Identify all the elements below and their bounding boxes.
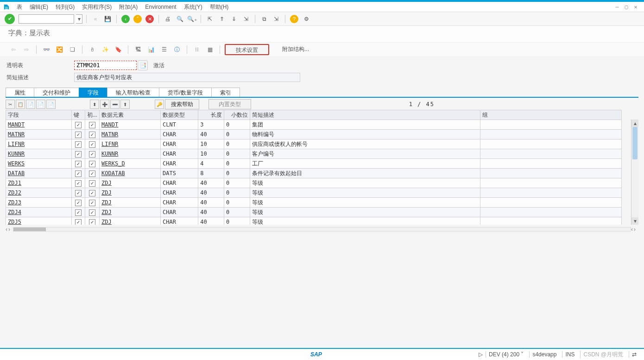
h-scroll-thumb[interactable]: [13, 227, 46, 231]
paste-before-icon[interactable]: 📄: [36, 100, 45, 109]
key-checkbox[interactable]: [75, 209, 82, 216]
key-checkbox[interactable]: [75, 180, 82, 187]
table-row[interactable]: ZDJ5ZDJCHAR400等级: [6, 217, 622, 225]
field-link[interactable]: ZDJ4: [8, 209, 21, 215]
sap-menu-icon[interactable]: [3, 3, 10, 11]
col-desc[interactable]: 简短描述: [250, 110, 480, 120]
hierarchy2-icon[interactable]: 📊: [146, 44, 156, 55]
field-link[interactable]: DATAB: [8, 170, 25, 177]
dataelem-link[interactable]: LIFNR: [101, 141, 118, 147]
menu-utilities[interactable]: 实用程序(S): [78, 2, 115, 12]
menu-environment[interactable]: Environment: [141, 2, 180, 12]
minimize-icon[interactable]: —: [613, 4, 621, 10]
scroll-right-icon[interactable]: ›: [8, 226, 10, 233]
key-checkbox[interactable]: [75, 161, 82, 167]
other-object-icon[interactable]: 🔀: [54, 44, 64, 55]
dataelem-link[interactable]: KUNNR: [101, 151, 118, 157]
graphic-icon[interactable]: ⁝⁝: [192, 44, 202, 55]
field-link[interactable]: MANDT: [8, 121, 25, 128]
activate-icon[interactable]: 🕯: [87, 44, 97, 55]
tab-currency[interactable]: 货币/数量字段: [159, 88, 211, 97]
dataelem-link[interactable]: ZDJ: [101, 189, 112, 196]
field-link[interactable]: KUNNR: [8, 151, 25, 157]
command-field[interactable]: [19, 14, 74, 24]
scroll-right2-icon[interactable]: ›: [634, 226, 636, 233]
new-session-icon[interactable]: ⧉: [259, 14, 269, 24]
find-next-icon[interactable]: 🔍₊: [187, 14, 197, 24]
menu-goto[interactable]: 转到(G): [52, 2, 78, 12]
command-dropdown-icon[interactable]: ▾: [76, 14, 82, 24]
dataelem-link[interactable]: KODATAB: [101, 170, 125, 177]
collapse-all-icon[interactable]: ⬆: [120, 100, 130, 109]
table-row[interactable]: MANDTMANDTCLNT30集团: [6, 120, 622, 130]
init-checkbox[interactable]: [89, 122, 95, 128]
menu-system[interactable]: 系统(Y): [180, 2, 206, 12]
init-checkbox[interactable]: [89, 180, 95, 187]
prev-page-icon[interactable]: ⇑: [217, 14, 227, 24]
wand-icon[interactable]: ✨: [100, 44, 110, 55]
table-icon[interactable]: ▦: [205, 44, 215, 55]
status-system[interactable]: DEV (4) 200 ˅: [486, 351, 526, 358]
close-icon[interactable]: ✕: [632, 4, 639, 10]
insert-row-icon[interactable]: ➕: [100, 100, 109, 109]
enter-button[interactable]: [5, 14, 15, 24]
field-link[interactable]: ZDJ5: [8, 219, 21, 225]
dataelem-link[interactable]: ZDJ: [101, 199, 112, 206]
menu-help[interactable]: 帮助(H): [206, 2, 233, 12]
col-init[interactable]: 初...: [85, 110, 99, 120]
check-icon[interactable]: ❏: [67, 44, 77, 55]
field-link[interactable]: ZDJ3: [8, 199, 21, 206]
print-icon[interactable]: 🖨: [163, 14, 173, 24]
where-used-icon[interactable]: 🔖: [113, 44, 123, 55]
cut-icon[interactable]: ✂: [6, 100, 15, 109]
init-checkbox[interactable]: [89, 161, 95, 167]
col-dataelem[interactable]: 数据元素: [100, 110, 161, 120]
key-checkbox[interactable]: [75, 132, 82, 138]
field-link[interactable]: ZDJ2: [8, 189, 21, 196]
table-row[interactable]: ZDJ1ZDJCHAR400等级: [6, 178, 622, 188]
paste-icon[interactable]: 📄: [26, 100, 35, 109]
init-checkbox[interactable]: [89, 200, 95, 206]
cancel-icon[interactable]: ✕: [145, 14, 155, 24]
col-grp[interactable]: 组: [480, 110, 622, 120]
field-link[interactable]: ZDJ1: [8, 180, 21, 186]
tab-fields[interactable]: 字段: [79, 88, 107, 97]
first-page-icon[interactable]: ⇱: [205, 14, 215, 24]
col-field[interactable]: 字段: [6, 110, 72, 120]
scroll-down-icon[interactable]: ▾: [631, 217, 638, 225]
dataelem-link[interactable]: ZDJ: [101, 219, 112, 225]
description-field[interactable]: [74, 73, 300, 82]
menu-table[interactable]: 表: [13, 2, 26, 12]
init-checkbox[interactable]: [89, 151, 95, 158]
table-row[interactable]: ZDJ4ZDJCHAR400等级: [6, 208, 622, 217]
field-link[interactable]: WERKS: [8, 160, 25, 167]
hierarchy-icon[interactable]: 🏗: [133, 44, 143, 55]
status-connect-icon[interactable]: ⇄: [629, 351, 639, 358]
info-icon[interactable]: ⓘ: [172, 44, 182, 55]
menu-edit[interactable]: 编辑(E): [26, 2, 52, 12]
table-name-field[interactable]: [74, 61, 137, 70]
horizontal-scrollbar[interactable]: ‹› ‹›: [6, 226, 638, 233]
field-link[interactable]: MATNR: [8, 131, 25, 138]
table-row[interactable]: ZDJ3ZDJCHAR400等级: [6, 198, 622, 208]
table-row[interactable]: MATNRMATNRCHAR400物料编号: [6, 130, 622, 139]
col-datatype[interactable]: 数据类型: [161, 110, 198, 120]
col-key[interactable]: 键: [72, 110, 85, 120]
key-checkbox[interactable]: [75, 171, 82, 177]
init-checkbox[interactable]: [89, 219, 95, 225]
scroll-left2-icon[interactable]: ‹: [631, 226, 633, 233]
table-row[interactable]: LIFNRLIFNRCHAR100供应商或债权人的帐号: [6, 139, 622, 149]
init-checkbox[interactable]: [89, 141, 95, 148]
key-checkbox[interactable]: [75, 190, 82, 196]
table-row[interactable]: WERKSWERKS_DCHAR40工厂: [6, 159, 622, 169]
save-icon[interactable]: 💾: [102, 14, 113, 24]
table-row[interactable]: DATABKODATABDATS80条件记录有效起始日: [6, 169, 622, 178]
expand-all-icon[interactable]: ⬍: [90, 100, 99, 109]
message-icon[interactable]: ▷: [479, 351, 483, 358]
scroll-up-icon[interactable]: ▴: [631, 120, 638, 127]
menu-extras[interactable]: 附加(A): [115, 2, 141, 12]
dataelem-link[interactable]: ZDJ: [101, 180, 112, 186]
contents-icon[interactable]: ☰: [159, 44, 169, 55]
builtin-type-button[interactable]: 内置类型: [208, 99, 251, 109]
vertical-scrollbar[interactable]: ▴ ▾: [631, 120, 638, 225]
